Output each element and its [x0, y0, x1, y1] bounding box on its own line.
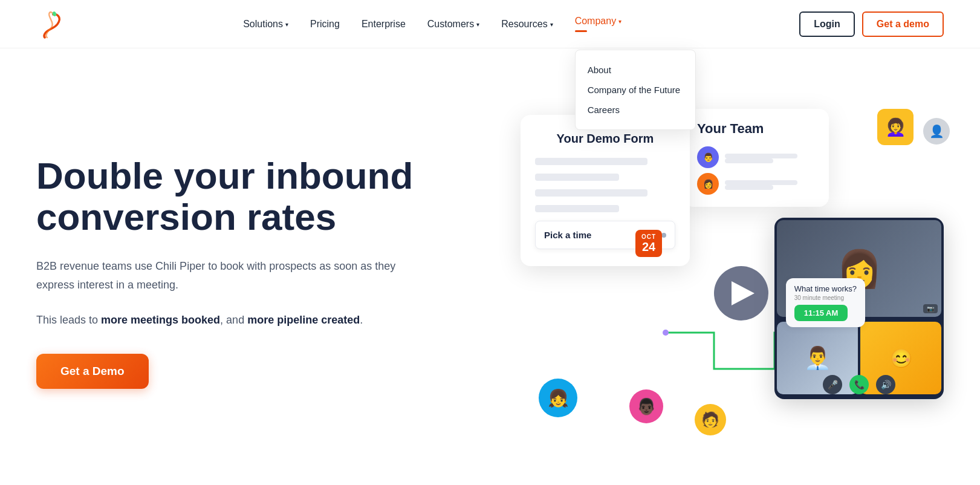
- team-member-2: 👩: [697, 173, 816, 195]
- form-field-3: [535, 189, 647, 197]
- hero-leads: This leads to more meetings booked, and …: [36, 311, 423, 330]
- leads-bold-2: more pipeline created: [247, 314, 360, 326]
- logo[interactable]: [36, 10, 65, 39]
- team-card: Your Team 👨 👩: [684, 109, 829, 207]
- avatar-yellow: 👩‍🦱: [877, 109, 913, 145]
- video-overlay: 📷: [923, 304, 938, 313]
- hero-illustration: Your Demo Form Pick a time Oct 24 Your T…: [521, 97, 944, 448]
- member-bar-role-2: [725, 185, 773, 190]
- demo-form-card: Your Demo Form Pick a time: [521, 115, 690, 266]
- form-card-title: Your Demo Form: [535, 132, 675, 146]
- leads-text-3: .: [360, 314, 363, 326]
- chevron-down-icon: ▾: [476, 21, 479, 28]
- member-bar-role: [725, 158, 773, 163]
- nav-enterprise[interactable]: Enterprise: [362, 19, 406, 30]
- time-slot-button[interactable]: 11:15 AM: [794, 305, 848, 321]
- nav-resources[interactable]: Resources ▾: [501, 19, 553, 30]
- calendar-badge: Oct 24: [635, 230, 662, 257]
- nav-solutions[interactable]: Solutions ▾: [243, 19, 288, 30]
- chevron-down-icon: ▾: [285, 21, 288, 28]
- what-time-bubble: What time works? 30 minute meeting 11:15…: [786, 278, 865, 327]
- form-field-1: [535, 158, 647, 165]
- svg-point-0: [52, 11, 57, 17]
- member-bar-name: [725, 154, 797, 158]
- form-field-4: [535, 205, 619, 212]
- chevron-down-icon: ▾: [618, 18, 621, 25]
- volume-button[interactable]: 🔊: [876, 375, 895, 394]
- avatar-bottom-mid: 👨🏿: [629, 389, 663, 423]
- hero-section: Double your inbound conversion rates B2B…: [0, 48, 980, 484]
- member-bar-name-2: [725, 180, 797, 185]
- avatar-2: 👩: [697, 173, 719, 195]
- get-demo-nav-button[interactable]: Get a demo: [862, 11, 944, 37]
- play-button[interactable]: [714, 266, 768, 321]
- nav-links: Solutions ▾ Pricing Enterprise Customers…: [243, 16, 621, 32]
- login-button[interactable]: Login: [799, 11, 855, 37]
- nav-company[interactable]: Company ▾: [575, 16, 621, 32]
- leads-bold-1: more meetings booked: [101, 314, 220, 326]
- team-members: 👨 👩: [697, 146, 816, 195]
- avatar-bottom-left: 👧: [539, 379, 577, 417]
- get-demo-button[interactable]: Get a Demo: [36, 354, 149, 389]
- end-call-button[interactable]: 📞: [849, 375, 869, 394]
- hero-description: B2B revenue teams use Chili Piper to boo…: [36, 257, 423, 294]
- nav-actions: Login Get a demo: [799, 11, 944, 37]
- play-triangle-icon: [732, 281, 754, 305]
- avatar-top-right: 👤: [923, 118, 950, 145]
- nav-pricing[interactable]: Pricing: [310, 19, 340, 30]
- what-time-question: What time works?: [794, 284, 857, 293]
- form-field-2: [535, 174, 619, 181]
- company-dropdown: About Company of the Future Careers: [575, 50, 696, 130]
- dropdown-careers[interactable]: Careers: [588, 100, 683, 120]
- team-member-1: 👨: [697, 146, 816, 168]
- svg-point-2: [663, 330, 669, 336]
- avatar-bottom-right: 🧑: [695, 404, 726, 435]
- team-card-title: Your Team: [697, 121, 816, 137]
- hero-title: Double your inbound conversion rates: [36, 155, 423, 238]
- video-controls: 🎤 📞 🔊: [823, 375, 895, 394]
- mute-button[interactable]: 🎤: [823, 375, 842, 394]
- chevron-down-icon: ▾: [550, 21, 553, 28]
- hero-content: Double your inbound conversion rates B2B…: [36, 155, 423, 389]
- dropdown-company-future[interactable]: Company of the Future: [588, 80, 683, 100]
- navbar: Solutions ▾ Pricing Enterprise Customers…: [0, 0, 980, 48]
- what-time-subtitle: 30 minute meeting: [794, 295, 857, 301]
- leads-text-2: , and: [220, 314, 247, 326]
- avatar-1: 👨: [697, 146, 719, 168]
- leads-text-1: This leads to: [36, 314, 101, 326]
- dropdown-about[interactable]: About: [588, 60, 683, 80]
- nav-customers[interactable]: Customers ▾: [427, 19, 479, 30]
- pick-time-dot: [661, 233, 666, 238]
